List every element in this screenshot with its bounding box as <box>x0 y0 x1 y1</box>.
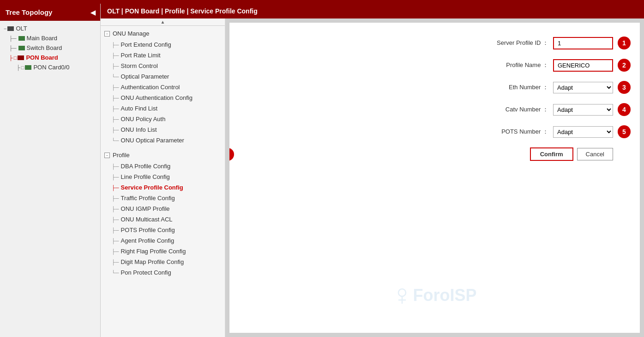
server-profile-id-row: Server Profile ID ： 1 <box>239 37 631 49</box>
tree-item-pon-board[interactable]: ├ □ PON Board <box>0 53 100 62</box>
step-badge-1: 1 <box>618 37 631 49</box>
nav-item-onu-info-list[interactable]: ├─ ONU Info List <box>101 124 225 135</box>
nav-item-label: Storm Control <box>121 62 158 69</box>
nav-item-authentication-control[interactable]: ├─ Authentication Control <box>101 82 225 92</box>
server-profile-id-input[interactable] <box>553 37 613 49</box>
left-nav: ▲ − ONU Manage ├─ Port Extend Config ├─ … <box>101 18 225 337</box>
nav-item-service-profile-config[interactable]: ├─ Service Profile Config <box>101 182 225 193</box>
pon-board-prefix: ├ <box>9 55 13 61</box>
nav-item-label: ONU Authentication Config <box>121 94 193 101</box>
nav-item-right-flag-profile-config[interactable]: ├─ Right Flag Profile Config <box>101 246 225 257</box>
pon-card-expand: □ <box>21 65 24 70</box>
nav-item-label: Port Extend Config <box>121 41 171 48</box>
svg-point-0 <box>398 289 405 296</box>
tree-item-switch-board[interactable]: ├─ Switch Board <box>0 43 100 53</box>
tree-item-olt[interactable]: − OLT <box>0 24 100 33</box>
nav-item-pots-profile-config[interactable]: ├─ POTS Profile Config <box>101 225 225 235</box>
nav-item-label: ONU IGMP Profile <box>121 205 170 212</box>
nav-item-label: POTS Profile Config <box>121 227 175 233</box>
tree-item-main-board[interactable]: ├─ Main Board <box>0 33 100 43</box>
pots-number-row: POTS Number ： Adapt 0 1 2 4 5 <box>239 125 631 138</box>
nav-section-header-onu-manage[interactable]: − ONU Manage <box>101 28 225 39</box>
sidebar-collapse-arrow[interactable]: ◀ <box>90 9 96 16</box>
nav-item-label: Port Rate Limit <box>121 52 161 59</box>
nav-item-traffic-profile-config[interactable]: ├─ Traffic Profile Config <box>101 193 225 203</box>
main-board-prefix: ├─ <box>9 36 17 41</box>
nav-section-profile: − Profile ├─ DBA Profile Config ├─ Line … <box>101 147 225 280</box>
confirm-button[interactable]: Confirm <box>530 147 573 161</box>
main-board-icon <box>18 36 25 41</box>
catv-number-label: Catv Number ： <box>506 105 548 114</box>
nav-item-port-rate-limit[interactable]: ├─ Port Rate Limit <box>101 50 225 61</box>
server-profile-id-label: Server Profile ID ： <box>497 39 548 47</box>
breadcrumb: OLT | PON Board | Profile | Service Prof… <box>101 4 644 18</box>
nav-item-label: ONU Multicast ACL <box>121 216 173 223</box>
nav-item-line-profile-config[interactable]: ├─ Line Profile Config <box>101 172 225 182</box>
pon-card-label: PON Card0/0 <box>33 64 69 71</box>
content-area: ▲ − ONU Manage ├─ Port Extend Config ├─ … <box>101 18 644 337</box>
nav-item-onu-optical-parameter[interactable]: └─ ONU Optical Parameter <box>101 135 225 146</box>
eth-number-select[interactable]: Adapt 0 1 2 3 4 <box>553 82 613 93</box>
catv-number-select[interactable]: Adapt 0 1 2 <box>553 104 613 116</box>
step-badge-6: 6 <box>229 148 234 161</box>
nav-item-label: Auto Find List <box>121 105 158 112</box>
main-layout: Tree Topology ◀ − OLT ├─ Main Board ├─ S… <box>0 4 644 337</box>
pon-card-prefix: ├ <box>17 65 20 70</box>
switch-board-label: Switch Board <box>27 44 62 51</box>
step-badge-4: 4 <box>618 103 631 116</box>
nav-item-label: Pon Protect Config <box>121 269 171 276</box>
nav-item-auto-find-list[interactable]: ├─ Auto Find List <box>101 103 225 114</box>
scroll-up-indicator: ▲ <box>101 18 225 26</box>
sidebar-title: Tree Topology <box>6 8 52 16</box>
nav-item-digit-map-profile-config[interactable]: ├─ Digit Map Profile Config <box>101 257 225 267</box>
nav-item-label: Line Profile Config <box>121 173 170 180</box>
watermark-text: ForoISP <box>413 286 476 305</box>
sidebar-tree: − OLT ├─ Main Board ├─ Switch Board ├ □ <box>0 21 100 337</box>
cancel-button[interactable]: Cancel <box>577 148 613 160</box>
pots-number-label: POTS Number ： <box>501 128 548 136</box>
top-bar <box>0 0 644 4</box>
nav-item-port-extend-config[interactable]: ├─ Port Extend Config <box>101 39 225 50</box>
nav-section-header-profile[interactable]: − Profile <box>101 149 225 161</box>
nav-item-optical-parameter[interactable]: └─ Optical Parameter <box>101 71 225 82</box>
nav-item-label: Traffic Profile Config <box>121 195 175 202</box>
nav-item-label: Service Profile Config <box>121 184 183 191</box>
switch-board-icon <box>18 46 25 50</box>
olt-icon <box>7 26 14 31</box>
nav-section-onu-manage: − ONU Manage ├─ Port Extend Config ├─ Po… <box>101 26 225 147</box>
step-badge-2: 2 <box>618 59 631 72</box>
nav-item-storm-control[interactable]: ├─ Storm Control <box>101 61 225 71</box>
olt-label: OLT <box>16 25 27 32</box>
nav-item-label: ONU Policy Auth <box>121 116 166 123</box>
nav-item-dba-profile-config[interactable]: ├─ DBA Profile Config <box>101 161 225 172</box>
sidebar: Tree Topology ◀ − OLT ├─ Main Board ├─ S… <box>0 4 101 337</box>
nav-item-onu-igmp-profile[interactable]: ├─ ONU IGMP Profile <box>101 203 225 214</box>
nav-item-label: Optical Parameter <box>121 73 169 80</box>
nav-item-onu-policy-auth[interactable]: ├─ ONU Policy Auth <box>101 114 225 124</box>
nav-item-agent-profile-config[interactable]: ├─ Agent Profile Config <box>101 235 225 246</box>
pots-number-select[interactable]: Adapt 0 1 2 4 <box>553 126 613 138</box>
catv-number-row: Catv Number ： Adapt 0 1 2 4 <box>239 103 631 116</box>
profile-name-input[interactable] <box>553 59 613 72</box>
profile-section-label: Profile <box>113 152 130 159</box>
profile-toggle[interactable]: − <box>104 153 110 158</box>
pon-board-icon <box>18 55 24 60</box>
nav-item-onu-multicast-acl[interactable]: ├─ ONU Multicast ACL <box>101 214 225 225</box>
main-board-label: Main Board <box>27 35 57 42</box>
watermark-icon <box>392 286 411 305</box>
step-badge-3: 3 <box>618 81 631 94</box>
nav-item-label: Agent Profile Config <box>121 237 175 244</box>
nav-item-pon-protect-config[interactable]: └─ Pon Protect Config <box>101 267 225 278</box>
nav-item-label: Digit Map Profile Config <box>121 258 184 265</box>
profile-name-label: Profile Name ： <box>506 61 548 69</box>
breadcrumb-text: OLT | PON Board | Profile | Service Prof… <box>107 7 258 15</box>
tree-item-pon-card[interactable]: ├ □ PON Card0/0 <box>0 62 100 72</box>
form-content: Server Profile ID ： 1 Profile Name ： 2 E… <box>229 23 640 175</box>
nav-item-onu-auth-config[interactable]: ├─ ONU Authentication Config <box>101 92 225 103</box>
onu-manage-label: ONU Manage <box>113 30 149 37</box>
watermark: ForoISP <box>392 286 476 305</box>
onu-manage-toggle[interactable]: − <box>104 31 110 37</box>
nav-item-label: Right Flag Profile Config <box>121 248 186 255</box>
pon-card-icon <box>25 65 31 70</box>
step-badge-5: 5 <box>618 125 631 138</box>
